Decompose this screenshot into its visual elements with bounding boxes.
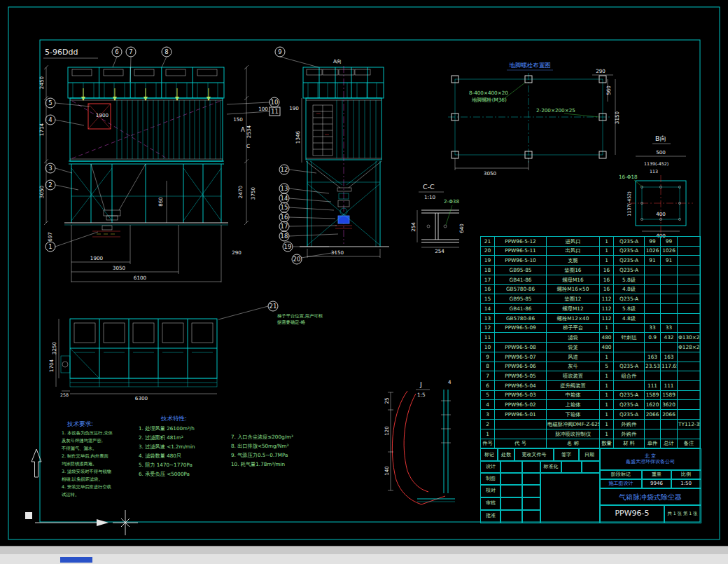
- bom-cell: [645, 284, 661, 294]
- tech-spec-line: 8. 出口排放<50mg/Nm³: [231, 443, 288, 449]
- tech-req-line: 1. 本设备为负压运行,壳体: [62, 430, 113, 436]
- dim-text: 500: [656, 149, 666, 156]
- dim-text: 2-Φ38: [444, 198, 459, 205]
- bom-cell: 111: [645, 381, 661, 391]
- bom-cell: 喷吹装置: [547, 371, 600, 381]
- bom-cell: PPW96-5-07: [495, 352, 547, 362]
- bom-cell: 组合件: [614, 371, 645, 381]
- bom-cell: 17: [481, 275, 495, 284]
- bom-cell: PPW96-5-08: [495, 343, 547, 352]
- bom-cell: [678, 429, 701, 439]
- bom-cell: [645, 371, 661, 381]
- bom-cell: PPW96-5-02: [495, 400, 547, 410]
- bom-row: 8PPW96-5-06灰斗5Q235-A23.53117.65: [481, 362, 701, 371]
- tech-specs: 技术特性: 1. 处理风量 26100m³/h 2. 过滤面积 481m² 3.…: [139, 415, 293, 477]
- bom-header-cell: 名 称: [547, 439, 600, 448]
- balloon-12: 12: [279, 165, 289, 174]
- bom-cell: TY112-35.5-4: [678, 419, 701, 429]
- bom-cell: Φ128×2450: [678, 343, 701, 352]
- dim-text: 2534: [246, 125, 252, 138]
- taskbar-button[interactable]: [60, 557, 92, 563]
- foundation-note-2: 2-200×200×25: [536, 107, 575, 114]
- bom-cell: [495, 419, 547, 429]
- sign-field: [500, 484, 523, 498]
- sign-field: [522, 497, 541, 511]
- bom-cell: [614, 352, 645, 362]
- bom-cell: 1: [600, 419, 614, 429]
- balloons: 1 2 3 4 5 6 7 8 9 10 11 12 13 14 15 16 1…: [46, 47, 338, 319]
- bom-cell: 梯子平台: [547, 323, 600, 333]
- bom-cell: 33: [661, 323, 678, 333]
- bom-cell: [678, 237, 701, 247]
- bom-cell: 9: [481, 352, 495, 362]
- dim-text: 1346: [295, 130, 301, 144]
- bom-cell: 脉冲喷吹控制仪: [547, 429, 600, 439]
- bom-cell: 163: [645, 352, 661, 362]
- bom-cell: 上箱体: [547, 400, 600, 410]
- dim-text: 1139(-452): [644, 161, 668, 166]
- svg-text:2: 2: [48, 181, 52, 188]
- bom-cell: 2: [481, 419, 495, 429]
- bom-cell: 4: [481, 400, 495, 410]
- bom-row: 13GB5780-86螺栓M12×401124.8级: [481, 313, 701, 323]
- bom-cell: 1589: [661, 390, 678, 400]
- bom-cell: 16: [600, 266, 614, 275]
- bom-row: 14GB41-86螺母M121125.8级: [481, 304, 701, 314]
- svg-text:5: 5: [48, 99, 52, 106]
- sign-label: 批准: [480, 509, 501, 523]
- tech-req-line: 不得漏气、漏水。: [61, 446, 97, 451]
- bom-cell: Q235-A: [614, 237, 645, 247]
- dim-text: 290: [232, 249, 241, 256]
- dim-text: 258: [60, 392, 69, 397]
- b-view-detail: B向 500 1139(-452) 113 16-Φ18 1137(-452) …: [619, 135, 693, 239]
- cad-viewport[interactable]: 5-96Ddd: [0, 0, 728, 564]
- tech-spec-line: 7. 入口含尘浓度≤200g/m³: [231, 434, 293, 440]
- tech-spec-heading: 技术特性:: [160, 415, 187, 422]
- side-view: 3150 190 1346 A向: [289, 58, 389, 258]
- tech-req-line: 及灰斗焊缝均需严密,: [62, 438, 103, 443]
- bom-cell: [495, 333, 547, 343]
- bom-cell: 1: [600, 256, 614, 266]
- foundation-plan: 地脚螺栓布置图 8-400×400×20 地脚螺栓(M36) 2-200×200…: [448, 62, 620, 177]
- bom-cell: 滤袋: [547, 333, 600, 343]
- bom-cell: GB5780-86: [495, 284, 547, 294]
- crosshair-cursor[interactable]: [113, 510, 138, 535]
- bom-row: 20PPW96-5-11出风口1Q235-A10261026: [481, 246, 701, 256]
- bom-cell: Q235-A: [614, 256, 645, 266]
- bom-cell: 13: [481, 313, 495, 323]
- foundation-title: 地脚螺栓布置图: [508, 62, 551, 69]
- balloon-21: 21: [268, 301, 278, 311]
- svg-text:11: 11: [271, 108, 279, 115]
- sheet-count: 共 1 张 第 1 张: [664, 504, 701, 523]
- cc-section: C-C 1:10 2-Φ38 254 254 640: [410, 183, 465, 254]
- j-detail: J 1:5 4 25 120 140: [384, 379, 455, 504]
- j-label: J: [419, 380, 422, 388]
- bom-cell: [678, 390, 701, 400]
- cc-scale: 1:10: [424, 194, 436, 200]
- bom-cell: Q235-A: [614, 266, 645, 275]
- bom-cell: 4.8级: [614, 313, 645, 323]
- bom-row: 17GB41-86螺母M16165.8级: [481, 275, 701, 284]
- bom-body: 21PPW96-5-12进风口1Q235-A999920PPW96-5-11出风…: [481, 237, 701, 439]
- bom-row: 9PPW96-5-07风道1163163: [481, 352, 701, 362]
- bom-cell: 灰斗: [547, 362, 600, 371]
- tech-req-line: 相碰,以免损坏滤袋。: [62, 476, 103, 482]
- bom-cell: 432: [661, 333, 678, 343]
- bom-cell: 1: [600, 410, 614, 420]
- bom-cell: [678, 410, 701, 420]
- bom-row: 3PPW96-5-01下箱体1Q235-A20662066: [481, 410, 701, 420]
- dim-text: 3250: [51, 341, 57, 355]
- bom-cell: 5: [481, 390, 495, 400]
- bom-cell: [661, 429, 678, 439]
- bom-cell: [614, 323, 645, 333]
- bom-cell: [678, 381, 701, 391]
- bom-cell: 112: [600, 313, 614, 323]
- tech-spec-line: 3. 过滤风速 <1.2m/min: [139, 443, 195, 450]
- svg-text:21: 21: [270, 303, 277, 310]
- sign-field: [522, 509, 541, 523]
- balloon-18: 18: [279, 231, 289, 241]
- bom-cell: [645, 304, 661, 314]
- bom-cell: PPW96-5-06: [495, 362, 547, 371]
- bom-cell: 1620: [645, 400, 661, 410]
- svg-text:14: 14: [281, 195, 288, 202]
